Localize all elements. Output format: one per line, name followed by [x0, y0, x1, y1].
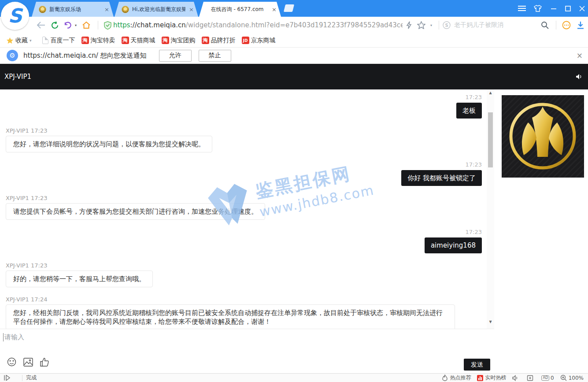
lightning-accelerate-icon[interactable] — [403, 21, 415, 29]
send-button[interactable]: 发送 — [464, 359, 490, 371]
refresh-icon[interactable] — [48, 21, 62, 30]
hot-recommend-label: 热点推荐 — [450, 374, 471, 382]
bookmark-label: 收藏 — [15, 37, 28, 45]
gold-badge-favicon — [39, 6, 46, 13]
favorite-star-icon[interactable] — [415, 21, 427, 29]
sound-icon[interactable] — [512, 375, 521, 381]
page-turn-icon[interactable] — [4, 375, 12, 381]
bookmark-tmall[interactable]: 淘 天猫商城 — [122, 37, 155, 45]
allow-button[interactable]: 允许 — [159, 50, 192, 62]
chat-scrollbar[interactable]: ▲ ▼ — [487, 89, 494, 329]
menu-icon[interactable] — [514, 0, 529, 17]
tab-welcome-xinpujing[interactable]: Hi,欢迎光临新葡京娱樂場 × — [115, 2, 198, 17]
new-tab-button[interactable] — [284, 4, 294, 12]
agent-message: XPJ-VIP1 17:23 好的，请您稍等一下，客服马上帮您查询哦。 — [6, 262, 482, 287]
undo-dropdown-caret[interactable]: ▾ — [73, 23, 78, 27]
tab-close-icon[interactable]: × — [189, 6, 194, 13]
bookmark-taobao-group[interactable]: 淘 淘宝团购 — [162, 37, 196, 45]
gold-brand-logo — [502, 95, 584, 178]
message-time: 17:23 — [466, 94, 482, 100]
undo-icon[interactable] — [62, 21, 73, 29]
search-icon[interactable] — [537, 21, 552, 29]
bookmark-favorites[interactable]: 收藏 ▾ — [6, 37, 32, 45]
bookmark-jd[interactable]: JD 京东商城 — [242, 37, 276, 45]
message-sender-time: XPJ-VIP1 17:23 — [6, 262, 47, 269]
svg-text:S: S — [445, 23, 448, 28]
divider — [98, 21, 98, 30]
zoom-plus-icon — [560, 375, 567, 381]
deny-button[interactable]: 禁止 — [199, 50, 231, 62]
notification-permission-bar: ⚙ https://chat.meiqia.cn/ 想向您发送通知 允许 禁止 … — [0, 48, 588, 64]
chat-input-area[interactable]: 请输入 发送 — [0, 329, 494, 373]
download-icon[interactable] — [573, 21, 588, 29]
skin-theme-icon[interactable] — [530, 0, 545, 17]
tab-close-icon[interactable]: × — [272, 6, 277, 13]
message-time: 17:23 — [466, 161, 482, 168]
message-input-placeholder[interactable]: 请输入 — [3, 333, 24, 341]
hot-list-item[interactable]: 实时热榜 — [477, 374, 506, 382]
sogou-s-icon: S — [8, 6, 22, 26]
gold-badge-favicon — [122, 6, 129, 13]
tab-xinpujing-casino[interactable]: 新葡京娱乐场 × — [32, 2, 114, 17]
zoom-control[interactable]: 100% — [560, 375, 584, 381]
tab-title: 在线咨询 - 6577.com — [206, 6, 268, 13]
chat-sidebar — [494, 89, 588, 373]
scrollbar-thumb[interactable] — [488, 112, 493, 167]
image-upload-icon[interactable] — [23, 358, 33, 368]
divider — [439, 21, 439, 30]
bookmark-label: 淘宝特卖 — [91, 37, 115, 45]
thumbs-up-icon[interactable] — [40, 357, 49, 368]
zoom-level-label: 100% — [569, 375, 584, 381]
ad-block-item[interactable]: AD 0 — [541, 375, 554, 381]
flame-icon — [442, 375, 448, 381]
bookmark-taobao-sale[interactable]: 淘 淘宝特卖 — [81, 37, 115, 45]
screenshot-icon[interactable] — [527, 375, 535, 381]
emoji-icon[interactable] — [7, 357, 16, 368]
bookmark-label: 天猫商城 — [131, 37, 155, 45]
address-bar[interactable]: https://chat.meiqia.cn/widget/standalone… — [113, 21, 403, 29]
scroll-up-arrow-icon[interactable]: ▲ — [487, 89, 494, 96]
close-icon[interactable]: × — [577, 51, 583, 60]
minimize-icon[interactable] — [546, 0, 561, 17]
taobao-icon: 淘 — [162, 37, 169, 44]
taobao-icon: 淘 — [202, 37, 209, 44]
url-path: /widget/standalone.html?eid=e7b403d19122… — [186, 21, 403, 29]
hot-list-label: 实时热榜 — [485, 374, 506, 382]
close-window-icon[interactable] — [574, 0, 588, 17]
back-icon[interactable] — [34, 22, 48, 29]
taobao-icon: 淘 — [81, 37, 89, 44]
search-box[interactable]: S 老干妈儿子被限消 — [443, 21, 537, 29]
bookmark-brand-discount[interactable]: 淘 品牌打折 — [202, 37, 236, 45]
page-icon — [42, 37, 48, 44]
message-sender-time: XPJ-VIP1 17:24 — [6, 296, 47, 303]
scroll-down-arrow-icon[interactable]: ▼ — [487, 319, 494, 325]
maximize-icon[interactable] — [560, 0, 575, 17]
gear-icon: ⚙ — [7, 50, 18, 61]
star-dropdown-caret[interactable]: ▾ — [427, 23, 435, 27]
message-bubble: 请您提供下会员帐号，方便客服为您提交相关部门进行咨询，加速您业务处理速度。 — [6, 203, 265, 220]
sound-toggle-icon[interactable] — [576, 73, 583, 80]
tab-close-icon[interactable]: × — [104, 6, 109, 13]
url-scheme: https — [113, 21, 130, 29]
message-bubble: 您好，经相关部门反馈，我司风控系统近期稽核到您的账号目前已被安全系统自动捕捉存在… — [6, 304, 455, 329]
jd-icon: JD — [242, 37, 249, 44]
site-security-shield-icon[interactable] — [102, 21, 113, 30]
tab-title: 新葡京娱乐场 — [49, 6, 101, 13]
navigation-toolbar: ▾ https://chat.meiqia.cn/widget/standalo… — [0, 17, 588, 33]
browser-statusbar: 完成 热点推荐 实时热榜 AD 0 100% — [0, 373, 588, 382]
hot-recommend-item[interactable]: 热点推荐 — [442, 374, 471, 382]
bookmark-baidu[interactable]: 百度一下 — [42, 37, 75, 45]
taobao-icon: 淘 — [122, 37, 129, 44]
tab-online-consult-active[interactable]: 在线咨询 - 6577.com × — [199, 2, 281, 17]
extensions-smiley-icon[interactable] — [560, 21, 573, 30]
bookmarks-bar: 收藏 ▾ 百度一下 淘 淘宝特卖 淘 天猫商城 淘 淘宝团购 淘 品牌打折 JD… — [0, 33, 588, 48]
home-icon[interactable] — [78, 21, 94, 29]
message-sender-time: XPJ-VIP1 17:23 — [6, 127, 47, 134]
notification-text: https://chat.meiqia.cn/ 想向您发送通知 — [23, 52, 147, 60]
chat-message-list[interactable]: 17:23 老板 XPJ-VIP1 17:23 您好，请您详细说明您的状况与问题… — [0, 89, 487, 329]
bookmark-label: 品牌打折 — [211, 37, 236, 45]
ad-block-count: 0 — [551, 375, 554, 381]
url-host: ://chat.meiqia.cn — [130, 21, 186, 29]
sogou-browser-logo[interactable]: S — [1, 2, 29, 30]
star-icon — [6, 37, 14, 44]
